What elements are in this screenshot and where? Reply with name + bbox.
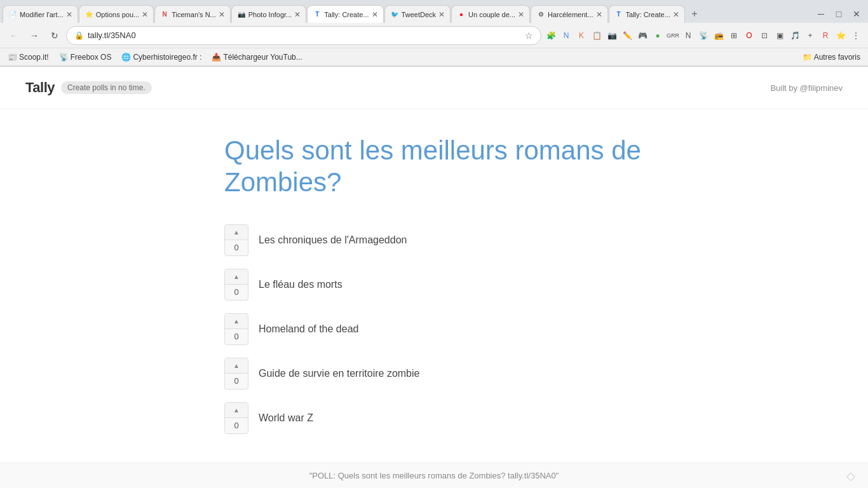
- option-text-5: World war Z: [259, 412, 313, 424]
- bookmarks-bar: 📰 Scoop.it! 📡 Freebox OS 🌐 Cyberhistoire…: [0, 48, 868, 66]
- tab-close-tweetdeck[interactable]: ✕: [438, 10, 445, 19]
- vote-up-5[interactable]: ▲: [225, 403, 248, 418]
- tab-close-options[interactable]: ✕: [142, 10, 148, 19]
- ext-icon-1[interactable]: 🧩: [544, 29, 558, 43]
- footer-text: "POLL: Quels sont les meilleurs romans d…: [309, 471, 559, 480]
- ext-icon-19[interactable]: R: [818, 29, 832, 43]
- close-window-button[interactable]: ✕: [848, 5, 865, 23]
- ext-icon-3[interactable]: K: [574, 29, 588, 43]
- ext-icon-18[interactable]: +: [803, 29, 817, 43]
- tab-modifier[interactable]: 📄 Modifier l'art... ✕: [3, 5, 78, 23]
- tab-ticeman[interactable]: N Ticeman's N... ✕: [154, 5, 231, 23]
- extension-icons: 🧩 N K 📋 📷 ✏️ 🎮 ● GRR N 📡 📻 ⊞ O ⊡ ▣ 🎵 + R…: [544, 29, 863, 43]
- ext-icon-2[interactable]: N: [559, 29, 573, 43]
- tab-tally-active[interactable]: T Tally: Create... ✕: [307, 5, 383, 23]
- ext-icon-11[interactable]: 📡: [696, 29, 710, 43]
- vote-widget-3[interactable]: ▲ 0: [224, 313, 248, 345]
- tab-close-tally-active[interactable]: ✕: [372, 10, 378, 19]
- tally-logo-area: Tally Create polls in no time.: [25, 79, 152, 96]
- tab-photo[interactable]: 📷 Photo Infogr... ✕: [231, 5, 307, 23]
- ext-icon-8[interactable]: ●: [651, 29, 665, 43]
- tab-couple[interactable]: ● Un couple de... ✕: [451, 5, 530, 23]
- vote-up-2[interactable]: ▲: [225, 269, 248, 285]
- vote-count-1: 0: [234, 240, 238, 255]
- bookmark-icon-autres: 📁: [803, 53, 812, 62]
- tab-tally2[interactable]: T Tally: Create... ✕: [609, 5, 685, 23]
- vote-widget-5[interactable]: ▲ 0: [224, 402, 248, 434]
- bookmark-icon-freebox: 📡: [59, 53, 69, 62]
- vote-widget-1[interactable]: ▲ 0: [224, 224, 248, 256]
- vote-up-1[interactable]: ▲: [225, 225, 248, 240]
- vote-count-4: 0: [234, 374, 238, 388]
- ext-icon-4[interactable]: 📋: [590, 29, 604, 43]
- tab-tweetdeck[interactable]: 🐦 TweetDeck ✕: [384, 5, 451, 23]
- bookmark-icon-youtube: 📥: [212, 53, 221, 62]
- page-footer: "POLL: Quels sont les meilleurs romans d…: [0, 463, 868, 488]
- address-bar[interactable]: 🔒 tally.tl/35NA0 ☆: [66, 26, 541, 45]
- ext-icon-20[interactable]: ⭐: [834, 29, 848, 43]
- tab-favicon-couple: ●: [457, 10, 466, 19]
- poll-title: Quels sont les meilleurs romans de Zombi…: [224, 135, 644, 199]
- ext-icon-14[interactable]: O: [742, 29, 756, 43]
- bookmark-cyberhistoire[interactable]: 🌐 Cyberhistoiregeo.fr :: [119, 51, 204, 63]
- tab-close-tally2[interactable]: ✕: [673, 10, 679, 19]
- reload-button[interactable]: ↻: [46, 27, 64, 44]
- tab-close-harcelement[interactable]: ✕: [596, 10, 602, 19]
- bookmark-scoop[interactable]: 📰 Scoop.it!: [5, 51, 51, 63]
- bookmark-freebox[interactable]: 📡 Freebox OS: [57, 51, 114, 63]
- chrome-menu-button[interactable]: ⋮: [849, 29, 863, 43]
- tab-favicon-photo: 📷: [237, 10, 246, 19]
- ext-icon-13[interactable]: ⊞: [727, 29, 741, 43]
- tab-title-ticeman: Ticeman's N...: [172, 11, 216, 18]
- vote-count-5: 0: [234, 418, 238, 433]
- footer-diamond-icon: ◇: [846, 469, 855, 483]
- bookmark-star-icon[interactable]: ☆: [525, 30, 533, 41]
- tab-options[interactable]: ⭐ Options pou... ✕: [79, 5, 154, 23]
- poll-container: Quels sont les meilleurs romans de Zombi…: [212, 109, 656, 472]
- ext-icon-17[interactable]: 🎵: [788, 29, 802, 43]
- bookmark-youtube[interactable]: 📥 Téléchargeur YouTub...: [209, 51, 304, 63]
- tab-harcelement[interactable]: ⚙ Harcèlement... ✕: [531, 5, 608, 23]
- ext-icon-15[interactable]: ⊡: [757, 29, 771, 43]
- tab-title-tweetdeck: TweetDeck: [402, 11, 436, 18]
- bookmarks-right: 📁 Autres favoris: [800, 51, 863, 63]
- poll-option-5: ▲ 0 World war Z: [224, 402, 644, 434]
- option-text-1: Les chroniques de l'Armageddon: [259, 234, 407, 246]
- minimize-button[interactable]: ─: [812, 5, 830, 23]
- back-button[interactable]: ←: [5, 27, 23, 44]
- tab-close-couple[interactable]: ✕: [518, 10, 524, 19]
- ext-icon-7[interactable]: 🎮: [635, 29, 649, 43]
- tally-logo: Tally: [25, 79, 55, 96]
- ext-icon-16[interactable]: ▣: [773, 29, 787, 43]
- vote-up-3[interactable]: ▲: [225, 314, 248, 329]
- page-content: Tally Create polls in no time. Built by …: [0, 67, 868, 488]
- tab-favicon-modifier: 📄: [8, 10, 17, 19]
- tab-close-modifier[interactable]: ✕: [66, 10, 72, 19]
- tab-title-photo: Photo Infogr...: [248, 11, 292, 18]
- tab-favicon-tally-active: T: [313, 10, 322, 19]
- bookmark-autres[interactable]: 📁 Autres favoris: [800, 51, 863, 63]
- new-tab-button[interactable]: +: [686, 5, 703, 23]
- forward-button[interactable]: →: [25, 27, 43, 44]
- maximize-button[interactable]: □: [830, 5, 848, 23]
- vote-widget-4[interactable]: ▲ 0: [224, 358, 248, 390]
- vote-count-2: 0: [234, 285, 238, 299]
- browser-chrome: 📄 Modifier l'art... ✕ ⭐ Options pou... ✕…: [0, 0, 868, 67]
- bookmark-label-scoop: Scoop.it!: [19, 53, 49, 62]
- vote-up-4[interactable]: ▲: [225, 358, 248, 374]
- tally-tagline: Create polls in no time.: [61, 81, 152, 94]
- tab-favicon-tally2: T: [614, 10, 623, 19]
- ext-icon-9[interactable]: GRR: [666, 29, 680, 43]
- tab-close-photo[interactable]: ✕: [294, 10, 301, 19]
- ext-icon-6[interactable]: ✏️: [620, 29, 634, 43]
- ext-icon-5[interactable]: 📷: [605, 29, 619, 43]
- bookmark-label-freebox: Freebox OS: [71, 53, 112, 62]
- vote-widget-2[interactable]: ▲ 0: [224, 269, 248, 301]
- tab-close-ticeman[interactable]: ✕: [219, 10, 225, 19]
- navigation-bar: ← → ↻ 🔒 tally.tl/35NA0 ☆ 🧩 N K 📋 📷 ✏️ 🎮 …: [0, 23, 868, 48]
- bookmark-label-youtube: Téléchargeur YouTub...: [223, 53, 302, 62]
- ext-icon-10[interactable]: N: [681, 29, 695, 43]
- bookmark-label-cyberhistoire: Cyberhistoiregeo.fr :: [133, 53, 201, 62]
- ext-icon-12[interactable]: 📻: [712, 29, 726, 43]
- poll-option-1: ▲ 0 Les chroniques de l'Armageddon: [224, 224, 644, 256]
